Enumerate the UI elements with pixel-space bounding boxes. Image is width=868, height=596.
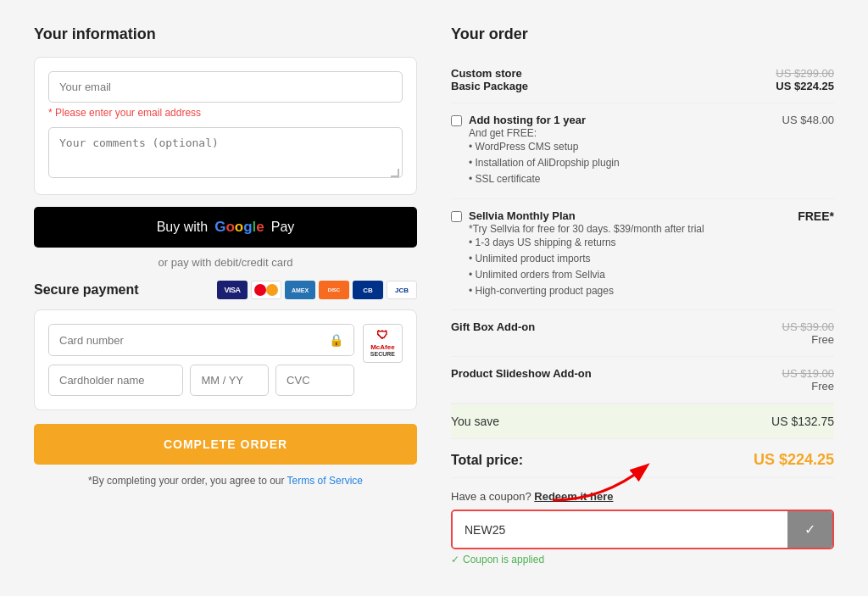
savings-label: You save: [451, 415, 499, 428]
cardholder-input[interactable]: [48, 365, 183, 396]
email-input[interactable]: [48, 71, 403, 103]
coupon-check-icon: ✓: [804, 522, 815, 537]
coupon-input-row: ✓: [451, 510, 834, 549]
coupon-check-green-icon: ✓: [451, 554, 459, 565]
card-number-row: 🔒: [48, 324, 354, 356]
item-name-hosting: Add hosting for 1 year: [469, 114, 620, 126]
discover-logo: DISC: [319, 281, 349, 299]
your-info-title: Your information: [34, 25, 417, 43]
order-item-hosting: Add hosting for 1 year And get FREE: • W…: [451, 103, 834, 199]
gpay-buy-label: Buy with: [157, 220, 208, 235]
complete-order-button[interactable]: COMPLETE ORDER: [34, 424, 417, 465]
savings-row: You save US $132.75: [451, 404, 834, 439]
mcafee-shield-icon: 🛡: [370, 328, 395, 343]
complete-order-label: COMPLETE ORDER: [164, 437, 287, 451]
order-item-custom-store: Custom storeBasic Package US $299.00 US …: [451, 57, 834, 103]
item-price-old-store: US $299.00: [776, 67, 834, 80]
coupon-text: Have a coupon?: [451, 490, 531, 503]
order-item-giftbox: Gift Box Add-on US $39.00 Free: [451, 310, 834, 357]
coupon-applied-text: Coupon is applied: [463, 554, 544, 565]
item-sub-hosting: And get FREE:: [469, 127, 620, 139]
item-name-sellvia: Sellvia Monthly Plan: [469, 209, 704, 222]
card-logos: VISA AMEX DISC CB JCB: [217, 281, 417, 299]
google-logo: Google: [214, 219, 264, 236]
red-arrow: [553, 458, 654, 509]
expiry-input[interactable]: [190, 365, 269, 396]
item-price-free-giftbox: Free: [782, 333, 834, 346]
hosting-checkbox[interactable]: [451, 115, 462, 126]
item-bullets-hosting: • WordPress CMS setup • Installation of …: [469, 139, 620, 188]
jcb-logo: JCB: [387, 281, 417, 299]
tos-prefix: *By completing your order, you agree to …: [88, 475, 287, 487]
secure-title: Secure payment: [34, 282, 139, 298]
item-bullets-sellvia: • 1-3 days US shipping & returns • Unlim…: [469, 235, 704, 300]
gpay-pay-label: Pay: [271, 220, 295, 235]
email-error: * Please enter your email address: [48, 107, 403, 119]
cb-logo: CB: [353, 281, 383, 299]
coupon-apply-button[interactable]: ✓: [787, 511, 832, 548]
comments-input[interactable]: [48, 127, 403, 178]
savings-value: US $132.75: [771, 415, 834, 428]
item-price-hosting: US $48.00: [782, 114, 834, 126]
resize-handle: [391, 169, 399, 177]
sellvia-checkbox[interactable]: [451, 211, 462, 222]
item-name-slideshow: Product Slideshow Add-on: [451, 367, 782, 380]
item-sub-sellvia: *Try Sellvia for free for 30 days. $39/m…: [469, 223, 704, 235]
gpay-button[interactable]: Buy with Google Pay: [34, 207, 417, 248]
cvc-input[interactable]: [275, 365, 354, 396]
amex-logo: AMEX: [285, 281, 315, 299]
mcafee-badge: 🛡 McAfee SECURE: [363, 324, 403, 363]
coupon-applied-message: ✓ Coupon is applied: [451, 554, 834, 565]
item-price-free-slideshow: Free: [782, 380, 834, 393]
arrow-container: *By completing your order, you agree to …: [34, 475, 417, 487]
or-divider: or pay with debit/credit card: [34, 256, 417, 269]
tos-link[interactable]: Terms of Service: [287, 475, 363, 487]
secure-header: Secure payment VISA AMEX DISC CB JCB: [34, 281, 417, 299]
item-price-old-giftbox: US $39.00: [782, 320, 834, 333]
payment-box: 🔒 🛡 McAfee SECURE: [34, 309, 417, 410]
total-label: Total price:: [451, 453, 523, 468]
info-card: * Please enter your email address: [34, 57, 417, 195]
visa-logo: VISA: [217, 281, 248, 299]
total-value: US $224.25: [754, 451, 834, 469]
item-price-new-store: US $224.25: [776, 80, 834, 92]
card-details-row: [48, 365, 354, 396]
order-title: Your order: [451, 25, 834, 43]
item-price-sellvia: FREE*: [798, 209, 834, 223]
item-price-old-slideshow: US $19.00: [782, 367, 834, 380]
card-number-input[interactable]: [59, 334, 329, 347]
order-item-sellvia: Sellvia Monthly Plan *Try Sellvia for fr…: [451, 199, 834, 311]
mastercard-logo: [251, 281, 281, 299]
item-name-store: Custom storeBasic Package: [451, 67, 776, 92]
tos-text: *By completing your order, you agree to …: [34, 475, 417, 487]
order-item-slideshow: Product Slideshow Add-on US $19.00 Free: [451, 357, 834, 404]
lock-icon: 🔒: [329, 333, 343, 347]
item-name-giftbox: Gift Box Add-on: [451, 320, 782, 333]
coupon-input[interactable]: [453, 511, 787, 548]
comments-wrap: [48, 127, 403, 181]
